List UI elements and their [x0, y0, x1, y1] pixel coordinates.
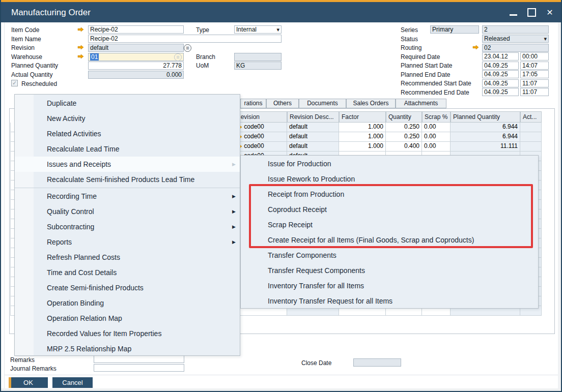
planned-start-time-field[interactable]: 14:07 — [520, 62, 549, 70]
cell-planned-quantity[interactable]: 6.944 — [451, 123, 520, 132]
routing-field[interactable]: 02 — [482, 44, 549, 52]
cell-scrap[interactable]: 0.00 — [422, 142, 451, 152]
menu-item-related-activities[interactable]: Related Activities — [15, 126, 240, 141]
item-name-field[interactable]: Recipe-02 — [88, 35, 282, 43]
cell-revision[interactable]: code00 — [234, 123, 287, 132]
cell-planned-quantity[interactable]: 11.111 — [451, 142, 520, 152]
remarks-field[interactable] — [94, 355, 184, 363]
recommended-end-time-field[interactable]: 11:07 — [520, 88, 549, 96]
cell-factor[interactable]: 1.000 — [339, 142, 386, 152]
maximize-button[interactable] — [525, 6, 538, 18]
ok-button[interactable]: OK — [9, 377, 48, 388]
menu-item-reports[interactable]: Reports▶ — [15, 234, 240, 250]
tab-attachments[interactable]: Attachments — [396, 99, 446, 108]
link-arrow-icon[interactable] — [77, 45, 84, 50]
menu-item-refresh-planned-costs[interactable]: Refresh Planned Costs — [15, 250, 240, 265]
submenu-item-issue-rework-to-production[interactable]: Issue Rework to Production — [241, 171, 538, 187]
close-icon — [546, 8, 553, 17]
cell-factor[interactable]: 1.000 — [339, 123, 386, 132]
recommended-end-date-field[interactable]: 04.09.25 — [482, 88, 519, 96]
revision-field[interactable]: default — [88, 44, 184, 52]
submenu-item-inventory-transfer-request-for-all-items[interactable]: Inventory Transfer Request for all Items — [241, 293, 538, 309]
status-combo[interactable]: Released — [482, 35, 549, 43]
submenu-item-receipt-from-production[interactable]: Receipt from Production — [241, 187, 538, 202]
menu-item-label: Operation Relation Map — [47, 314, 122, 322]
recommended-start-date-field[interactable]: 04.09.25 — [482, 79, 519, 87]
planned-start-date-field[interactable]: 04.09.25 — [482, 62, 519, 70]
menu-item-subcontracting[interactable]: Subcontracting▶ — [15, 219, 240, 234]
planned-quantity-field[interactable]: 27.778 — [88, 62, 184, 70]
close-date-field[interactable] — [353, 358, 401, 367]
cell-quantity[interactable]: 0.400 — [386, 142, 422, 152]
rescheduled-checkbox[interactable] — [11, 80, 18, 86]
link-arrow-icon[interactable] — [472, 45, 479, 50]
cell-quantity[interactable]: 0.250 — [386, 123, 422, 132]
branch-field[interactable] — [234, 53, 282, 61]
minimize-button[interactable] — [507, 6, 519, 18]
cell-factor[interactable]: 1.000 — [339, 132, 386, 142]
menu-item-recorded-values-for-item-properties[interactable]: Recorded Values for Item Properties — [15, 326, 240, 341]
tab-rations[interactable]: rations — [240, 99, 266, 108]
cell-act[interactable] — [520, 123, 542, 132]
submenu-item-transfer-request-components[interactable]: Transfer Request Components — [241, 263, 538, 278]
cell-scrap[interactable]: 0.00 — [422, 132, 451, 142]
menu-item-issues-and-receipts[interactable]: Issues and Receipts▶ — [15, 157, 240, 172]
cell-revision-desc[interactable]: default — [287, 132, 339, 142]
window-title: Manufacturing Order — [11, 8, 91, 18]
menu-item-new-activity[interactable]: New Activity — [15, 111, 240, 126]
recommended-start-time-field[interactable]: 11:07 — [520, 79, 549, 87]
link-arrow-icon[interactable] — [77, 54, 84, 59]
warehouse-field[interactable]: 01 — [88, 53, 184, 61]
type-combo[interactable]: Internal — [234, 25, 282, 34]
planned-end-date-label: Planned End Date — [401, 71, 450, 78]
choose-from-list-icon[interactable] — [174, 53, 182, 61]
menu-item-mrp-2-5-relationship-map[interactable]: MRP 2.5 Relationship Map — [15, 341, 240, 356]
menu-item-recording-time[interactable]: Recording Time▶ — [15, 189, 240, 204]
menu-item-create-semi-finished-products[interactable]: Create Semi-finished Products — [15, 280, 240, 295]
menu-item-recalculate-lead-time[interactable]: Recalculate Lead Time — [15, 141, 240, 157]
cell-quantity[interactable]: 0.250 — [386, 132, 422, 142]
menu-item-operation-binding[interactable]: Operation Binding — [15, 295, 240, 311]
menu-item-time-and-cost-details[interactable]: Time and Cost Details — [15, 265, 240, 280]
journal-remarks-field[interactable] — [94, 364, 184, 372]
uom-field[interactable]: KG — [234, 62, 282, 70]
required-date-field[interactable]: 23.04.12 — [482, 52, 519, 61]
submenu-item-coproduct-receipt[interactable]: Coproduct Receipt — [241, 202, 538, 217]
menu-item-quality-control[interactable]: Quality Control▶ — [15, 204, 240, 219]
cell-act[interactable] — [520, 142, 542, 152]
cell-scrap[interactable]: 0.00 — [422, 123, 451, 132]
cell-act[interactable] — [520, 132, 542, 142]
manufacturing-order-window: Manufacturing Order Item Code Recipe-02 … — [0, 0, 562, 392]
submenu-item-inventory-transfer-for-all-items[interactable]: Inventory Transfer for all Items — [241, 278, 538, 293]
menu-item-recalculate-semi-finished-products-lead-time[interactable]: Recalculate Semi-finished Products Lead … — [15, 172, 240, 187]
cancel-button[interactable]: Cancel — [52, 377, 93, 388]
close-button[interactable] — [544, 6, 556, 18]
planned-end-time-field[interactable]: 17:05 — [520, 70, 549, 78]
cell-planned-quantity[interactable]: 6.944 — [451, 132, 520, 142]
series-field[interactable]: Primary — [430, 25, 479, 34]
submenu-item-transfer-components[interactable]: Transfer Components — [241, 248, 538, 263]
actual-quantity-field[interactable]: 0.000 — [88, 71, 184, 79]
menu-item-duplicate[interactable]: Duplicate — [15, 96, 240, 111]
cell-revision[interactable]: code00 — [234, 142, 287, 152]
titlebar[interactable]: Manufacturing Order — [0, 2, 562, 22]
required-time-field[interactable]: 00:00 — [520, 52, 549, 61]
link-arrow-icon[interactable] — [77, 27, 84, 32]
tab-documents[interactable]: Documents — [299, 99, 346, 108]
submenu-item-scrap-receipt[interactable]: Scrap Receipt — [241, 217, 538, 232]
planned-end-date-field[interactable]: 04.09.25 — [482, 70, 519, 78]
tab-sales-orders[interactable]: Sales Orders — [346, 99, 396, 108]
required-date-label: Required Date — [401, 53, 440, 61]
ok-button-label: OK — [23, 379, 33, 386]
cell-revision-desc[interactable]: default — [287, 123, 339, 132]
cell-revision-desc[interactable]: default — [287, 142, 339, 152]
footer-divider — [4, 375, 558, 375]
cell-revision[interactable]: code00 — [234, 132, 287, 142]
item-code-field[interactable]: Recipe-02 — [88, 25, 184, 34]
menu-item-operation-relation-map[interactable]: Operation Relation Map — [15, 311, 240, 326]
tab-others[interactable]: Others — [266, 99, 299, 108]
series-number-field[interactable]: 2 — [482, 25, 549, 34]
submenu-item-create-receipt-for-all-items-final-goods-scrap-and-coproducts[interactable]: Create Receipt for all Items (Final Good… — [241, 232, 538, 248]
choose-from-list-icon[interactable] — [184, 44, 191, 52]
submenu-item-issue-for-production[interactable]: Issue for Production — [241, 156, 538, 171]
